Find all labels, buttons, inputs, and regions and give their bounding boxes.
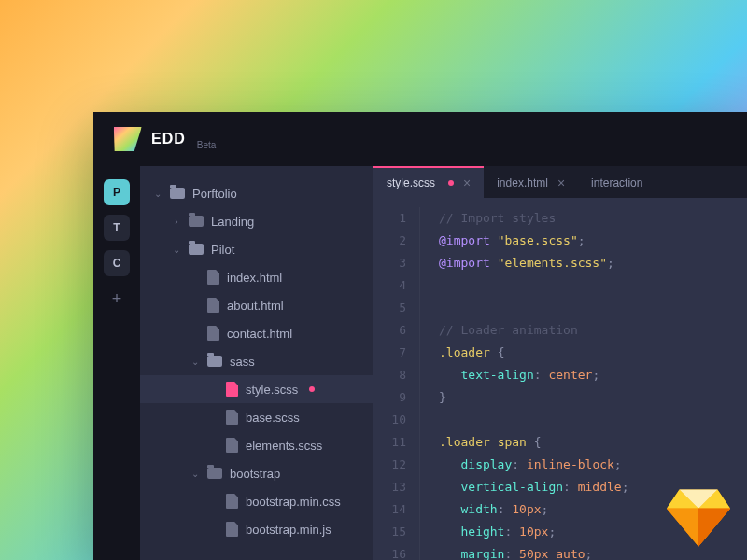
file-style-scss[interactable]: style.scss [140, 375, 374, 403]
folder-label: Landing [211, 215, 254, 229]
folder-icon [170, 188, 185, 199]
folder-sass[interactable]: ⌄ sass [140, 347, 374, 375]
code-keyword: @import [439, 256, 490, 270]
code-value: 10px [519, 525, 548, 539]
tab-style-scss[interactable]: style.scss × [374, 166, 484, 198]
code-selector: .loader [439, 345, 490, 359]
code-prop: text-align [460, 368, 533, 382]
file-label: bootstrap.min.css [246, 495, 341, 509]
folder-pilot[interactable]: ⌄ Pilot [140, 235, 374, 263]
file-label: bootstrap.min.js [246, 523, 331, 537]
code-string: "elements.scss" [498, 256, 607, 270]
code-prop: display [460, 457, 512, 471]
file-icon [226, 522, 238, 537]
modified-dot-icon [309, 386, 315, 392]
app-beta-label: Beta [197, 140, 217, 150]
file-contact-html[interactable]: contact.html [140, 319, 374, 347]
code-value: 10px [512, 502, 541, 516]
file-icon [226, 382, 238, 397]
code-selector: span [498, 435, 527, 449]
code-selector: .loader [439, 435, 490, 449]
file-icon [207, 326, 219, 341]
file-icon [226, 494, 238, 509]
add-project-button[interactable]: + [112, 289, 122, 309]
file-elements-scss[interactable]: elements.scss [140, 431, 374, 459]
file-icon [226, 438, 238, 453]
file-icon [207, 298, 219, 313]
tab-bar: style.scss × index.html × interaction [374, 166, 747, 198]
file-label: elements.scss [246, 439, 322, 453]
rail-project-c[interactable]: C [104, 250, 130, 276]
code-string: "base.scss" [498, 233, 578, 247]
modified-dot-icon [448, 180, 454, 186]
folder-label: sass [230, 355, 255, 369]
tab-label: index.html [497, 176, 548, 189]
file-icon [226, 410, 238, 425]
code-comment: // Import styles [439, 211, 556, 225]
code-prop: width [460, 502, 497, 516]
app-title: EDD [151, 131, 186, 147]
rail-project-p[interactable]: P [104, 179, 130, 205]
chevron-down-icon: ⌄ [172, 245, 181, 255]
svg-marker-10 [667, 509, 698, 547]
svg-marker-11 [698, 509, 730, 547]
app-logo-icon [110, 127, 142, 151]
file-label: index.html [227, 271, 282, 285]
folder-landing[interactable]: › Landing [140, 207, 374, 235]
main-area: P T C + ⌄ Porftolio › Landing ⌄ Pilot [93, 166, 747, 560]
close-icon[interactable]: × [463, 175, 471, 190]
sketch-diamond-icon [667, 489, 730, 547]
tab-label: style.scss [387, 176, 435, 189]
code-value: middle [578, 480, 622, 494]
code-keyword: @import [439, 233, 490, 247]
app-header: EDD Beta [93, 112, 747, 166]
code-prop: vertical-align [460, 480, 563, 494]
close-icon[interactable]: × [557, 175, 565, 190]
code-value: 50px auto [519, 547, 585, 560]
chevron-down-icon: ⌄ [190, 357, 200, 367]
left-rail: P T C + [93, 166, 140, 560]
tab-index-html[interactable]: index.html × [484, 166, 578, 198]
chevron-right-icon: › [172, 217, 181, 227]
folder-portfolio[interactable]: ⌄ Porftolio [140, 179, 374, 207]
folder-label: bootstrap [230, 467, 280, 481]
folder-icon [189, 244, 204, 255]
file-index-html[interactable]: index.html [140, 263, 374, 291]
code-value: inline-block [527, 457, 614, 471]
tab-interaction[interactable]: interaction [578, 166, 655, 198]
line-gutter: 1234567891011121314151617 [374, 207, 420, 560]
tab-label: interaction [591, 176, 642, 189]
folder-icon [189, 216, 204, 227]
code-value: center [548, 368, 592, 382]
folder-label: Pilot [211, 243, 234, 257]
folder-icon [207, 468, 222, 479]
rail-project-t[interactable]: T [104, 215, 130, 241]
file-base-scss[interactable]: base.scss [140, 403, 374, 431]
folder-label: Porftolio [192, 187, 237, 201]
file-label: about.html [227, 299, 284, 313]
code-prop: margin [460, 547, 504, 560]
file-label: style.scss [246, 383, 298, 397]
chevron-down-icon: ⌄ [153, 189, 162, 199]
file-icon [207, 270, 219, 285]
file-bootstrap-css[interactable]: bootstrap.min.css [140, 487, 374, 515]
folder-bootstrap[interactable]: ⌄ bootstrap [140, 459, 374, 487]
file-label: contact.html [227, 327, 292, 341]
code-prop: height [460, 525, 504, 539]
app-window: EDD Beta P T C + ⌄ Porftolio › Landing ⌄ [93, 112, 747, 560]
file-tree: ⌄ Porftolio › Landing ⌄ Pilot index.html… [140, 166, 374, 560]
file-label: base.scss [246, 411, 300, 425]
chevron-down-icon: ⌄ [190, 469, 200, 479]
code-comment: // Loader animation [439, 323, 578, 337]
code-lines: // Import styles @import "base.scss"; @i… [420, 207, 629, 560]
file-about-html[interactable]: about.html [140, 291, 374, 319]
folder-icon [207, 356, 222, 367]
file-bootstrap-js[interactable]: bootstrap.min.js [140, 515, 374, 543]
